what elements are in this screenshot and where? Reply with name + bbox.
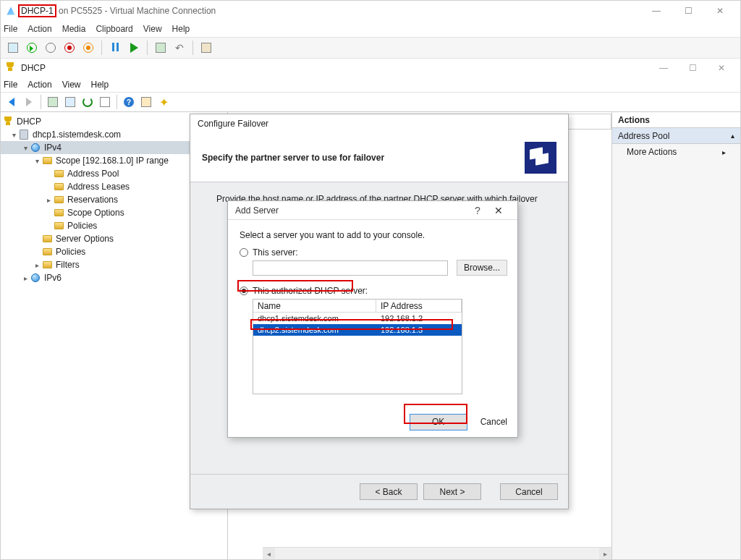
submenu-icon: ▸ bbox=[722, 148, 726, 156]
server-row-1[interactable]: dhcp2.sistemdesk.com 192.168.1.3 bbox=[253, 324, 462, 336]
dhcp-minimize-button[interactable]: — bbox=[649, 59, 678, 77]
addserver-cancel-button[interactable]: Cancel bbox=[480, 414, 507, 430]
vm-menu-file[interactable]: File bbox=[4, 24, 17, 34]
tb-turnoff-icon[interactable] bbox=[43, 40, 59, 56]
tb-help-icon[interactable]: ? bbox=[121, 94, 137, 110]
vm-maximize-button[interactable]: ☐ bbox=[672, 1, 704, 21]
tb-export-icon[interactable] bbox=[97, 94, 113, 110]
dhcp-titlebar: DHCP — ☐ ✕ bbox=[1, 59, 740, 77]
dhcp-maximize-button[interactable]: ☐ bbox=[678, 59, 707, 77]
dhcp-menu-action[interactable]: Action bbox=[27, 80, 51, 90]
vm-menu-media[interactable]: Media bbox=[62, 24, 86, 34]
vm-menu-action[interactable]: Action bbox=[27, 24, 51, 34]
ok-button[interactable]: OK bbox=[410, 414, 467, 430]
this-server-input[interactable] bbox=[253, 260, 448, 276]
addserver-prompt: Select a server you want to add to your … bbox=[240, 230, 506, 240]
tb-start-icon[interactable] bbox=[24, 40, 40, 56]
wizard-folders-icon bbox=[525, 142, 556, 174]
vm-menu-help[interactable]: Help bbox=[172, 24, 190, 34]
ok-button-label: OK bbox=[432, 417, 444, 427]
expander-icon[interactable]: ▾ bbox=[21, 144, 30, 152]
tb-properties-icon[interactable] bbox=[62, 94, 78, 110]
scroll-right-icon[interactable]: ▸ bbox=[599, 548, 611, 559]
actions-section-label: Address Pool bbox=[618, 131, 669, 141]
col-ip-label: IP Address bbox=[381, 301, 423, 311]
actions-more[interactable]: More Actions ▸ bbox=[612, 144, 740, 160]
wizard-title-label: Configure Failover bbox=[198, 119, 268, 129]
addserver-titlebar: Add Server ? ✕ bbox=[228, 201, 517, 220]
vm-title-rest: on PC5525 - Virtual Machine Connection bbox=[59, 6, 216, 16]
vm-close-button[interactable]: ✕ bbox=[704, 1, 736, 21]
tb-options-icon[interactable] bbox=[138, 94, 154, 110]
tb-shutdown-icon[interactable] bbox=[62, 40, 77, 56]
tb-refresh-icon[interactable] bbox=[80, 94, 96, 110]
server-row-name: dhcp1.sistemdesk.com bbox=[253, 313, 376, 324]
vm-menu-view[interactable]: View bbox=[143, 24, 162, 34]
close-button[interactable]: ✕ bbox=[487, 205, 510, 216]
nav-forward-icon[interactable] bbox=[21, 94, 37, 110]
tb-pause-icon[interactable] bbox=[107, 40, 123, 56]
dhcp-menu-view[interactable]: View bbox=[62, 80, 81, 90]
actions-header: Actions bbox=[612, 112, 740, 128]
server-row-ip: 192.168.1.3 bbox=[376, 324, 462, 336]
radio-this-server[interactable]: This server: bbox=[240, 247, 506, 258]
dhcp-title: DHCP bbox=[21, 63, 46, 73]
tb-resume-icon[interactable] bbox=[126, 40, 142, 56]
dhcp-menu-file[interactable]: File bbox=[4, 80, 17, 90]
folder-icon bbox=[41, 156, 53, 166]
expander-icon[interactable]: ▾ bbox=[33, 157, 41, 165]
tb-new-icon[interactable]: ✦ bbox=[156, 94, 172, 110]
nav-back-icon[interactable] bbox=[4, 94, 20, 110]
folder-icon bbox=[53, 169, 64, 179]
wizard-heading: Specify the partner server to use for fa… bbox=[202, 153, 384, 163]
tree-reservations-label: Reservations bbox=[67, 195, 118, 205]
server-row-0[interactable]: dhcp1.sistemdesk.com 192.168.1.2 bbox=[253, 313, 462, 324]
folder-icon bbox=[53, 182, 64, 192]
folder-icon bbox=[53, 195, 64, 205]
back-button[interactable]: < Back bbox=[360, 483, 418, 500]
folder-icon bbox=[53, 208, 64, 218]
expander-icon[interactable]: ▾ bbox=[9, 131, 18, 139]
collapse-icon: ▴ bbox=[731, 132, 734, 140]
folder-icon bbox=[41, 234, 53, 244]
folder-icon bbox=[41, 247, 53, 257]
scroll-left-icon[interactable]: ◂ bbox=[263, 548, 275, 559]
help-button[interactable]: ? bbox=[468, 205, 487, 216]
tb-checkpoint-icon[interactable] bbox=[153, 40, 169, 56]
radio-authorized-server[interactable]: This authorized DHCP server: bbox=[240, 286, 506, 296]
server-list[interactable]: Name IP Address dhcp1.sistemdesk.com 192… bbox=[253, 299, 462, 394]
tb-revert-icon[interactable]: ↶ bbox=[172, 40, 187, 56]
globe-icon bbox=[30, 273, 41, 283]
next-button[interactable]: Next > bbox=[423, 483, 481, 500]
expander-icon[interactable]: ▸ bbox=[44, 196, 53, 204]
wizard-cancel-label: Cancel bbox=[515, 487, 542, 497]
addserver-body: Select a server you want to add to your … bbox=[228, 220, 517, 407]
vm-minimize-button[interactable]: — bbox=[640, 1, 672, 21]
tb-show-hide-icon[interactable] bbox=[45, 94, 61, 110]
tb-enhanced-icon[interactable] bbox=[198, 40, 214, 56]
tb-ctrl-alt-del-icon[interactable] bbox=[5, 40, 21, 56]
server-row-name: dhcp2.sistemdesk.com bbox=[253, 324, 376, 336]
expander-icon[interactable]: ▸ bbox=[21, 274, 30, 282]
server-icon bbox=[18, 130, 30, 140]
actions-section[interactable]: Address Pool ▴ bbox=[612, 128, 740, 144]
col-name[interactable]: Name bbox=[253, 300, 376, 312]
tree-root-label: DHCP bbox=[17, 116, 41, 127]
vm-title-highlight: DHCP-1 bbox=[18, 4, 56, 17]
vm-menu-clipboard[interactable]: Clipboard bbox=[96, 24, 132, 34]
horizontal-scrollbar[interactable]: ◂ ▸ bbox=[263, 547, 611, 559]
tree-server-policies-label: Policies bbox=[56, 247, 85, 257]
dhcp-close-button[interactable]: ✕ bbox=[707, 59, 736, 77]
dhcp-root-icon bbox=[2, 116, 14, 127]
wizard-cancel-button[interactable]: Cancel bbox=[500, 483, 558, 500]
expander-icon[interactable]: ▸ bbox=[33, 261, 41, 269]
tree-scope-label: Scope [192.168.1.0] IP range bbox=[56, 156, 169, 166]
tb-save-icon[interactable] bbox=[80, 40, 96, 56]
radio-this-server-label: This server: bbox=[253, 247, 298, 258]
addserver-footer: OK Cancel bbox=[228, 407, 517, 437]
dhcp-menu-help[interactable]: Help bbox=[91, 80, 109, 90]
browse-button[interactable]: Browse... bbox=[457, 260, 507, 276]
col-ip[interactable]: IP Address bbox=[376, 300, 462, 312]
next-button-label: Next > bbox=[439, 487, 465, 497]
addserver-title: Add Server bbox=[235, 205, 279, 216]
